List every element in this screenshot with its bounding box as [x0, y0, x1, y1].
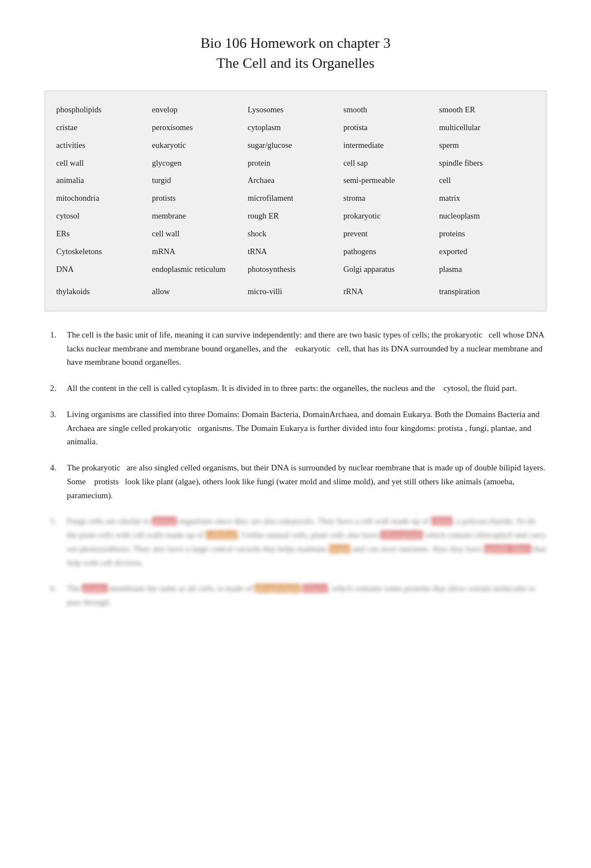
word-bank-cell: microfilament [248, 190, 343, 207]
word-bank-cell: allow [152, 283, 248, 301]
word-bank-cell: Archaea [248, 172, 343, 190]
word-bank-cell: cell wall [56, 155, 152, 172]
word-bank-cell: photosynthesis [248, 261, 343, 279]
blurred-q6-number: 6. [50, 582, 67, 609]
word-bank-cell: protists [152, 190, 248, 207]
word-bank-cell: DNA [56, 261, 152, 279]
word-bank-cell: endoplasmic reticulum [152, 261, 248, 279]
page-container: Bio 106 Homework on chapter 3 The Cell a… [45, 33, 546, 609]
word-bank-row: thylakoidsallowmicro-villirRNAtranspirat… [56, 283, 535, 301]
word-bank-cell: cytoplasm [248, 119, 343, 137]
word-bank-cell: sugar/glucose [248, 137, 343, 155]
q2-number: 2. [50, 381, 67, 395]
q4-number: 4. [50, 461, 67, 502]
word-bank-cell: matrix [439, 190, 535, 207]
q3-number: 3. [50, 408, 67, 449]
word-bank-cell: cell wall [152, 225, 248, 243]
word-bank-cell: prevent [343, 225, 439, 243]
word-bank-cell: activities [56, 137, 152, 155]
word-bank-table: phospholipidsenvelopLysosomessmoothsmoot… [56, 101, 535, 301]
word-bank-row: activitieseukaryoticsugar/glucoseinterme… [56, 137, 535, 155]
word-bank-cell: turgid [152, 172, 248, 190]
word-bank: phospholipidsenvelopLysosomessmoothsmoot… [45, 91, 546, 311]
q1-number: 1. [50, 328, 67, 369]
word-bank-row: phospholipidsenvelopLysosomessmoothsmoot… [56, 101, 535, 119]
q3-text: Living organisms are classified into thr… [67, 408, 546, 449]
word-bank-cell: protista [343, 119, 439, 137]
question-1: 1. The cell is the basic unit of life, m… [50, 328, 546, 369]
word-bank-cell: envelop [152, 101, 248, 119]
word-bank-cell: mRNA [152, 243, 248, 261]
word-bank-cell: cytosol [56, 207, 152, 225]
word-bank-cell: tRNA [248, 243, 343, 261]
word-bank-cell: multicellular [439, 119, 535, 137]
question-2: 2. All the content in the cell is called… [50, 381, 546, 395]
word-bank-cell: nucleoplasm [439, 207, 535, 225]
word-bank-cell: smooth [343, 101, 439, 119]
word-bank-row: animaliaturgidArchaeasemi-permeablecell [56, 172, 535, 190]
word-bank-cell: cristae [56, 119, 152, 137]
word-bank-cell: Cytoskeletons [56, 243, 152, 261]
word-bank-cell: rRNA [343, 283, 439, 301]
blurred-section-5: 5. Fungi cells are similar to animal org… [45, 514, 546, 609]
question-3: 3. Living organisms are classified into … [50, 408, 546, 449]
word-bank-cell: prokaryotic [343, 207, 439, 225]
word-bank-cell: ERs [56, 225, 152, 243]
title-line2: The Cell and its Organelles [216, 55, 375, 71]
word-bank-cell [439, 279, 535, 283]
word-bank-row: cell wallglycogenproteincell sapspindle … [56, 155, 535, 172]
word-bank-cell [56, 279, 152, 283]
question-4: 4. The prokaryotic are also singled cell… [50, 461, 546, 502]
word-bank-cell: eukaryotic [152, 137, 248, 155]
word-bank-cell: protein [248, 155, 343, 172]
blurred-q5-number: 5. [50, 514, 67, 569]
word-bank-cell: sperm [439, 137, 535, 155]
blurred-q5-text: Fungi cells are similar to animal organi… [67, 514, 546, 569]
title-line1: Bio 106 Homework on chapter 3 [200, 35, 391, 51]
word-bank-cell: cell [439, 172, 535, 190]
word-bank-row: DNAendoplasmic reticulumphotosynthesisGo… [56, 261, 535, 279]
word-bank-cell: exported [439, 243, 535, 261]
word-bank-cell: intermediate [343, 137, 439, 155]
word-bank-cell [248, 279, 343, 283]
questions-list: 1. The cell is the basic unit of life, m… [45, 328, 546, 503]
page-title: Bio 106 Homework on chapter 3 The Cell a… [45, 33, 546, 74]
q2-text: All the content in the cell is called cy… [67, 381, 546, 395]
blurred-q6: 6. The plasma membrane the same as all c… [50, 582, 546, 609]
word-bank-row: ERscell wallshockpreventproteins [56, 225, 535, 243]
word-bank-cell: peroxisomes [152, 119, 248, 137]
q4-text: The prokaryotic are also singled celled … [67, 461, 546, 502]
word-bank-cell: semi-permeable [343, 172, 439, 190]
word-bank-cell [152, 279, 248, 283]
word-bank-cell: smooth ER [439, 101, 535, 119]
word-bank-cell: thylakoids [56, 283, 152, 301]
word-bank-row: CytoskeletonsmRNAtRNApathogensexported [56, 243, 535, 261]
word-bank-row [56, 279, 535, 283]
word-bank-cell: micro-villi [248, 283, 343, 301]
q1-text: The cell is the basic unit of life, mean… [67, 328, 546, 369]
blurred-q5: 5. Fungi cells are similar to animal org… [50, 514, 546, 569]
word-bank-cell: cell sap [343, 155, 439, 172]
word-bank-cell: stroma [343, 190, 439, 207]
word-bank-cell: spindle fibers [439, 155, 535, 172]
word-bank-cell: Lysosomes [248, 101, 343, 119]
word-bank-cell: shock [248, 225, 343, 243]
word-bank-row: cytosolmembranerough ERprokaryoticnucleo… [56, 207, 535, 225]
word-bank-cell: phospholipids [56, 101, 152, 119]
word-bank-cell: pathogens [343, 243, 439, 261]
word-bank-cell: Golgi apparatus [343, 261, 439, 279]
word-bank-cell: glycogen [152, 155, 248, 172]
word-bank-cell: membrane [152, 207, 248, 225]
word-bank-cell [343, 279, 439, 283]
blurred-q6-text: The plasma membrane the same as all cell… [67, 582, 546, 609]
word-bank-cell: mitochondria [56, 190, 152, 207]
word-bank-cell: proteins [439, 225, 535, 243]
word-bank-cell: plasma [439, 261, 535, 279]
word-bank-row: cristaeperoxisomescytoplasmprotistamulti… [56, 119, 535, 137]
word-bank-cell: rough ER [248, 207, 343, 225]
word-bank-cell: animalia [56, 172, 152, 190]
word-bank-row: mitochondriaprotistsmicrofilamentstromam… [56, 190, 535, 207]
word-bank-cell: transpiration [439, 283, 535, 301]
